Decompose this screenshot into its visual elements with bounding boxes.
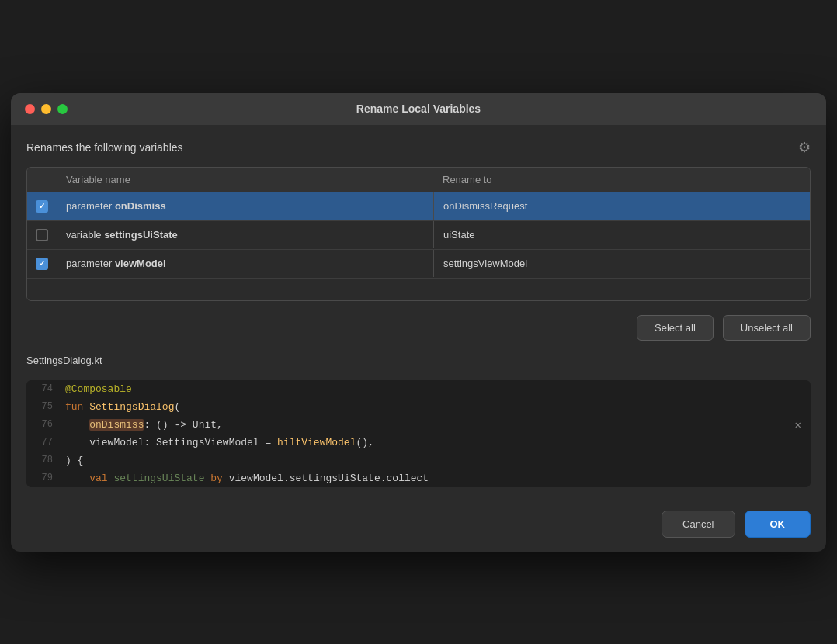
- checkbox-col-header: [27, 168, 57, 192]
- code-line-74: 74 @Composable: [26, 380, 811, 398]
- line-number: 77: [26, 434, 59, 451]
- varname-col-header: Variable name: [57, 168, 433, 192]
- close-button[interactable]: [25, 104, 35, 114]
- line-number: 78: [26, 452, 59, 469]
- renameto-col-header: Rename to: [433, 168, 810, 192]
- settings-icon[interactable]: ⚙: [798, 139, 811, 156]
- table-header: Variable name Rename to: [27, 168, 810, 192]
- dialog-title: Rename Local Variables: [356, 102, 481, 115]
- line-content: @Composable: [59, 380, 811, 398]
- header-description: Renames the following variables: [26, 141, 183, 154]
- line-content: ) {: [59, 452, 811, 469]
- line-number: 79: [26, 469, 59, 486]
- row1-checkbox-cell[interactable]: [27, 192, 57, 220]
- row3-renameto: settingsViewModel: [433, 250, 810, 277]
- row3-checkbox-cell[interactable]: [27, 250, 57, 278]
- maximize-button[interactable]: [57, 104, 68, 114]
- line-content: viewModel: SettingsViewModel = hiltViewM…: [59, 434, 811, 452]
- table-row: parameter viewModel settingsViewModel: [27, 250, 810, 279]
- row3-varname: parameter viewModel: [57, 250, 433, 277]
- code-line-79: 79 val settingsUiState by viewModel.sett…: [26, 469, 811, 487]
- empty-row: [27, 279, 810, 300]
- rename-dialog: Rename Local Variables Renames the follo…: [11, 93, 826, 552]
- row1-renameto: onDismissRequest: [433, 192, 810, 220]
- row3-checkbox[interactable]: [36, 258, 48, 270]
- row2-checkbox-cell[interactable]: [27, 221, 57, 249]
- line-number: 74: [26, 380, 59, 397]
- code-line-75: 75 fun SettingsDialog(: [26, 398, 811, 416]
- code-line-78: 78 ) {: [26, 452, 811, 469]
- variable-table: Variable name Rename to parameter onDism…: [26, 167, 811, 301]
- dialog-body: Renames the following variables ⚙ Variab…: [11, 125, 826, 503]
- row1-checkbox[interactable]: [36, 200, 48, 213]
- row2-renameto: uiState: [433, 221, 810, 248]
- close-icon[interactable]: ✕: [795, 418, 801, 431]
- cancel-button[interactable]: Cancel: [662, 511, 735, 538]
- file-label: SettingsDialog.kt: [26, 355, 811, 366]
- bottom-row: Cancel OK: [11, 503, 826, 552]
- line-content: val settingsUiState by viewModel.setting…: [59, 469, 811, 487]
- line-number: 75: [26, 398, 59, 415]
- line-number: 76: [26, 416, 59, 433]
- code-line-77: 77 viewModel: SettingsViewModel = hiltVi…: [26, 434, 811, 452]
- line-content: onDismiss: () -> Unit,: [59, 416, 811, 434]
- row2-varname: variable settingsUiState: [57, 221, 433, 248]
- row1-varname: parameter onDismiss: [57, 192, 433, 220]
- unselect-all-button[interactable]: Unselect all: [723, 315, 811, 341]
- minimize-button[interactable]: [41, 104, 51, 114]
- code-line-76: 76 onDismiss: () -> Unit, ✕: [26, 416, 811, 434]
- select-all-button[interactable]: Select all: [637, 315, 714, 341]
- header-row: Renames the following variables ⚙: [26, 139, 811, 156]
- action-row: Select all Unselect all: [26, 312, 811, 344]
- ok-button[interactable]: OK: [745, 511, 811, 538]
- title-bar: Rename Local Variables: [11, 93, 826, 125]
- highlight-ondismiss: onDismiss: [89, 419, 144, 431]
- traffic-lights: [25, 104, 68, 114]
- row2-checkbox[interactable]: [36, 229, 48, 241]
- table-row: parameter onDismiss onDismissRequest: [27, 192, 810, 221]
- code-block: 74 @Composable 75 fun SettingsDialog( 76…: [26, 380, 811, 487]
- table-row: variable settingsUiState uiState: [27, 221, 810, 250]
- line-content: fun SettingsDialog(: [59, 398, 811, 416]
